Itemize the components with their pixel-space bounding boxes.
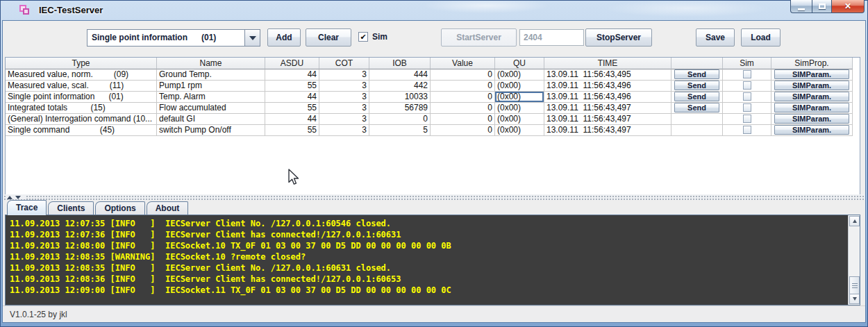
- log-scrollbar[interactable]: [848, 215, 860, 305]
- cell-time[interactable]: 13.09.11 11:56:43,496: [544, 92, 671, 103]
- cell-qu[interactable]: (0x00): [495, 114, 544, 125]
- cell-iob[interactable]: 5: [369, 125, 431, 136]
- cell-simprop[interactable]: SIMParam.: [771, 81, 853, 92]
- title-bar[interactable]: IEC-TestServer ✕: [0, 0, 868, 21]
- row-sim-checkbox[interactable]: [743, 115, 751, 123]
- cell-type[interactable]: Single command (45): [6, 125, 157, 136]
- row-sim-checkbox[interactable]: [743, 70, 751, 78]
- cell-cot[interactable]: 3: [319, 69, 369, 81]
- cell-asdu[interactable]: 55: [265, 81, 319, 92]
- tab-options[interactable]: Options: [95, 201, 144, 215]
- tab-clients[interactable]: Clients: [48, 201, 94, 215]
- row-sim-checkbox[interactable]: [743, 126, 751, 134]
- cell-type[interactable]: Measured value, norm. (09): [6, 69, 157, 81]
- cell-simprop[interactable]: SIMParam.: [771, 114, 853, 125]
- cell-name[interactable]: Ground Temp.: [157, 69, 265, 81]
- simparam-button[interactable]: SIMParam.: [774, 81, 849, 90]
- send-button[interactable]: Send: [674, 103, 719, 112]
- cell-time[interactable]: 13.09.11 11:56:43,496: [544, 81, 671, 92]
- type-select[interactable]: Single point information (01): [87, 29, 260, 47]
- cell-qu[interactable]: (0x00): [495, 81, 544, 92]
- column-header-simprop[interactable]: SimProp.: [771, 58, 853, 69]
- scrollbar-thumb[interactable]: [849, 276, 860, 294]
- cell-iob[interactable]: 10033: [369, 92, 431, 103]
- add-button[interactable]: Add: [267, 28, 301, 47]
- cell-simprop[interactable]: SIMParam.: [771, 125, 853, 136]
- cell-value[interactable]: 0: [431, 125, 495, 136]
- scroll-down-button[interactable]: [849, 294, 860, 304]
- cell-asdu[interactable]: 44: [265, 69, 319, 81]
- column-header-value[interactable]: Value: [431, 58, 495, 69]
- column-header-send[interactable]: [671, 58, 723, 69]
- cell-qu[interactable]: (0x00): [495, 103, 544, 114]
- tab-trace[interactable]: Trace: [7, 200, 47, 215]
- sim-checkbox[interactable]: ✔: [358, 32, 368, 42]
- cell-value[interactable]: 0: [431, 81, 495, 92]
- cell-time[interactable]: 13.09.11 11:56:43,497: [544, 125, 671, 136]
- cell-value[interactable]: 0: [431, 92, 495, 103]
- cell-value[interactable]: 0: [431, 103, 495, 114]
- cell-time[interactable]: 13.09.11 11:56:43,495: [544, 69, 671, 81]
- cell-iob[interactable]: 56789: [369, 103, 431, 114]
- cell-time[interactable]: 13.09.11 11:56:43,497: [544, 114, 671, 125]
- cell-send[interactable]: Send: [671, 103, 723, 114]
- stop-server-button[interactable]: StopServer: [585, 28, 652, 47]
- cell-send[interactable]: Send: [671, 92, 723, 103]
- cell-simprop[interactable]: SIMParam.: [771, 92, 853, 103]
- cell-name[interactable]: Flow accumulated: [157, 103, 265, 114]
- simparam-button[interactable]: SIMParam.: [774, 69, 849, 79]
- row-sim-checkbox[interactable]: [743, 92, 751, 101]
- cell-type[interactable]: Single point information (01): [6, 92, 157, 103]
- cell-name[interactable]: default GI: [157, 114, 265, 125]
- cell-qu[interactable]: (0x00): [495, 125, 544, 136]
- column-header-sim[interactable]: Sim: [723, 58, 771, 69]
- minimize-button[interactable]: [790, 0, 812, 13]
- cell-asdu[interactable]: 44: [265, 92, 319, 103]
- column-header-qu[interactable]: QU: [495, 58, 544, 69]
- clear-button[interactable]: Clear: [306, 28, 351, 47]
- cell-type[interactable]: Measured value, scal. (11): [6, 81, 157, 92]
- cell-type[interactable]: (General) Interrogation command (10...: [6, 114, 157, 125]
- cell-cot[interactable]: 3: [319, 125, 369, 136]
- cell-name[interactable]: Pump1 rpm: [157, 81, 265, 92]
- column-header-asdu[interactable]: ASDU: [265, 58, 319, 69]
- column-header-iob[interactable]: IOB: [369, 58, 431, 69]
- column-header-cot[interactable]: COT: [319, 58, 369, 69]
- cell-simprop[interactable]: SIMParam.: [771, 69, 853, 81]
- cell-cot[interactable]: 3: [319, 81, 369, 92]
- scroll-up-button[interactable]: [849, 216, 860, 226]
- row-sim-checkbox[interactable]: [743, 81, 751, 90]
- column-header-type[interactable]: Type: [6, 58, 157, 69]
- close-button[interactable]: ✕: [832, 0, 865, 13]
- simparam-button[interactable]: SIMParam.: [774, 114, 849, 124]
- cell-value[interactable]: 0: [431, 69, 495, 81]
- cell-name[interactable]: switch Pump On/off: [157, 125, 265, 136]
- cell-cot[interactable]: 3: [319, 114, 369, 125]
- cell-asdu[interactable]: 44: [265, 114, 319, 125]
- cell-qu[interactable]: (0x00): [495, 92, 544, 103]
- cell-sim[interactable]: [723, 81, 771, 92]
- cell-asdu[interactable]: 55: [265, 103, 319, 114]
- cell-value[interactable]: 0: [431, 114, 495, 125]
- cell-name[interactable]: Temp. Alarm: [157, 92, 265, 103]
- cell-send[interactable]: [671, 114, 723, 125]
- cell-simprop[interactable]: SIMParam.: [771, 103, 853, 114]
- maximize-button[interactable]: [812, 0, 832, 13]
- cell-type[interactable]: Integrated totals (15): [6, 103, 157, 114]
- load-button[interactable]: Load: [741, 28, 781, 47]
- cell-iob[interactable]: 0: [369, 114, 431, 125]
- save-button[interactable]: Save: [696, 28, 735, 47]
- cell-time[interactable]: 13.09.11 11:56:43,497: [544, 103, 671, 114]
- cell-cot[interactable]: 3: [319, 92, 369, 103]
- send-button[interactable]: Send: [674, 92, 719, 101]
- cell-iob[interactable]: 442: [369, 81, 431, 92]
- simparam-button[interactable]: SIMParam.: [774, 103, 849, 112]
- cell-sim[interactable]: [723, 69, 771, 81]
- send-button[interactable]: Send: [674, 81, 719, 90]
- cell-send[interactable]: Send: [671, 81, 723, 92]
- cell-qu[interactable]: (0x00): [495, 69, 544, 81]
- type-select-dropdown-button[interactable]: [244, 30, 260, 46]
- collapse-up-icon[interactable]: [7, 196, 12, 199]
- simparam-button[interactable]: SIMParam.: [774, 125, 849, 135]
- cell-sim[interactable]: [723, 114, 771, 125]
